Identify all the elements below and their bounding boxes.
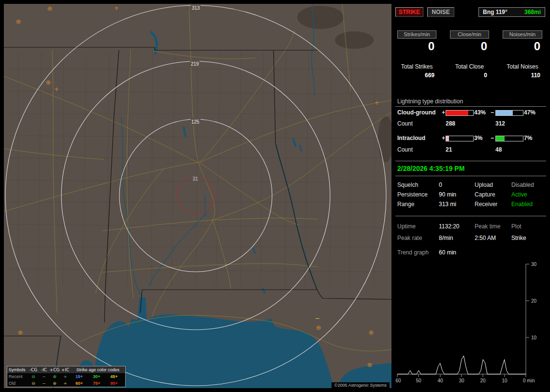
strike-symbol: ⊕: [16, 18, 21, 25]
strike-symbol: +: [114, 4, 119, 12]
persistence-value: 90 min: [439, 191, 456, 198]
cg-count-label: Count: [397, 120, 413, 127]
range-value: 313 mi: [439, 201, 456, 208]
strike-symbol: ⊕: [47, 5, 53, 12]
capture-status: Active: [511, 191, 527, 198]
cloud-ground-count-row: Count 288 312: [395, 120, 546, 128]
intracloud-label: Intracloud: [397, 135, 425, 141]
cg-minus-sign: −: [491, 109, 494, 116]
ring-label-125: 125: [191, 119, 200, 125]
cloud-ground-label: Cloud-ground: [397, 109, 435, 116]
uptime-value: 1132:20: [439, 223, 460, 230]
strikes-per-min-label: Strikes/min: [397, 30, 436, 39]
legend-old-row: Old ⊖ − ⊕ + 60+ 75+ 90+: [7, 380, 125, 387]
map-panel[interactable]: 313 219 125 31 ⊕⊕⊕+++⊕−⊕⊕⊕ Symbols -CG -…: [4, 4, 391, 388]
total-noises-label: Total Noises: [503, 63, 542, 70]
strike-button[interactable]: STRIKE: [395, 7, 423, 17]
peak-time-value: 2:50 AM: [475, 235, 496, 241]
legend-col-nic: -IC: [39, 367, 49, 372]
cg-minus-count: 312: [495, 120, 505, 127]
strike-symbol: ⊕: [46, 79, 51, 86]
age-15: 15+: [71, 374, 88, 379]
ic-count-label: Count: [397, 146, 413, 153]
ic-minus-bar: [495, 136, 523, 141]
age-45: 45+: [105, 374, 123, 379]
ic-plus-count: 21: [446, 146, 452, 153]
persistence-row: Persistence 90 min Capture Active: [395, 191, 546, 201]
x-tick-40: 40: [437, 378, 443, 383]
trend-tick-labels: 30 20 10 60 50 40 30 20 10 0 min: [395, 262, 536, 383]
range-label: Range: [397, 201, 414, 208]
intracloud-count-row: Count 21 48: [395, 146, 546, 154]
map-legend: Symbols -CG -IC +CG +IC Strike age color…: [7, 366, 126, 387]
strike-symbol: ⊕: [367, 361, 373, 368]
age-90: 90+: [105, 381, 123, 386]
noise-button[interactable]: NOISE: [427, 7, 454, 17]
legend-col-pic: +IC: [60, 367, 71, 372]
nic-recent-icon: −: [39, 374, 49, 379]
ncg-old-icon: ⊖: [28, 381, 39, 386]
uptime-label: Uptime: [397, 223, 416, 230]
close-per-min-label: Close/min: [450, 30, 489, 39]
total-strikes-value: 669: [397, 72, 436, 79]
strike-symbol: +: [54, 85, 59, 93]
cloud-ground-row: Cloud-ground + 43% − 47%: [395, 109, 546, 117]
close-per-min-value: 0: [450, 40, 489, 53]
ic-minus-count: 48: [495, 146, 502, 153]
legend-recent-label: Recent: [7, 374, 28, 379]
cg-minus-bar: [495, 110, 523, 116]
settings-block: Squelch 0 Upload Disabled Persistence 90…: [395, 182, 546, 210]
capture-label: Capture: [475, 191, 495, 198]
datetime-value: 2/28/2026 4:35:19 PM: [397, 165, 464, 172]
age-30: 30+: [88, 374, 105, 379]
x-tick-20: 20: [480, 378, 486, 383]
x-tick-0min: 0 min: [523, 378, 535, 383]
cg-plus-percent: 43%: [474, 109, 486, 116]
total-strikes-label: Total Strikes: [397, 63, 436, 70]
ring-label-219: 219: [191, 61, 199, 67]
strike-symbol: −: [315, 315, 320, 322]
ring-label-31: 31: [192, 176, 198, 182]
upload-label: Upload: [475, 182, 493, 188]
trend-graph: 30 20 10 60 50 40 30 20 10 0 min: [395, 259, 540, 388]
datetime-box: 2/28/2026 4:35:19 PM: [395, 161, 546, 176]
status-block: Uptime 1132:20 Peak time Plot Peak rate …: [395, 223, 546, 261]
mode-toolbar: STRIKE NOISE Bng 119° 368mi: [395, 7, 546, 17]
legend-header-row: Symbols -CG -IC +CG +IC Strike age color…: [7, 366, 125, 373]
age-60: 60+: [71, 381, 88, 386]
ncg-recent-icon: ⊖: [28, 374, 39, 379]
ic-plus-sign: +: [442, 135, 445, 141]
total-close-value: 0: [450, 72, 489, 79]
ic-plus-bar: [446, 136, 474, 141]
copyright-notice: ©2005 Astrogenic Systems: [332, 382, 390, 388]
bearing-distance: 368mi: [524, 9, 541, 15]
distribution-title: Lightning type distribution: [395, 98, 546, 107]
cg-minus-percent: 47%: [524, 109, 536, 116]
legend-symbols-header: Symbols: [7, 367, 28, 372]
noises-per-min-value: 0: [503, 40, 542, 53]
total-noises-value: 110: [503, 72, 542, 79]
plot-value: Strike: [511, 235, 526, 241]
map-canvas[interactable]: 313 219 125 31 ⊕⊕⊕+++⊕−⊕⊕⊕: [4, 4, 391, 388]
peak-time-label: Peak time: [475, 223, 500, 230]
ic-plus-percent: 3%: [474, 135, 482, 141]
legend-col-ncg: -CG: [28, 367, 39, 372]
bearing-label: Bng 119°: [483, 9, 507, 15]
strike-symbol: ⊕: [316, 324, 321, 331]
noises-per-min-label: Noises/min: [503, 30, 542, 39]
x-tick-10: 10: [502, 378, 507, 383]
x-tick-30: 30: [459, 378, 464, 383]
control-panel: STRIKE NOISE Bng 119° 368mi Strikes/min …: [395, 4, 546, 388]
squelch-value: 0: [439, 182, 442, 188]
trend-axes: [397, 264, 529, 377]
upload-status: Disabled: [511, 182, 534, 188]
bearing-display: Bng 119° 368mi: [478, 7, 545, 17]
nic-old-icon: −: [39, 381, 49, 386]
strikes-per-min-value: 0: [397, 40, 436, 53]
cg-plus-sign: +: [442, 109, 445, 116]
intracloud-row: Intracloud + 3% − 7%: [395, 135, 546, 142]
pic-recent-icon: +: [60, 374, 71, 379]
strike-symbol: ⊕: [369, 329, 374, 336]
y-tick-10: 10: [531, 335, 537, 340]
y-tick-30: 30: [531, 262, 537, 267]
